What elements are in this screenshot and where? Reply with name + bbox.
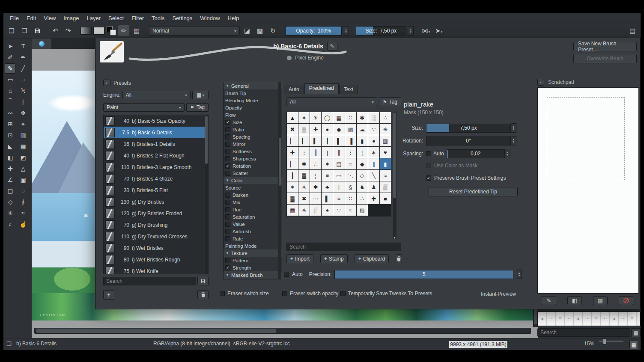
import-tip-button[interactable]: Import [286,254,313,263]
rename-preset-button[interactable] [327,42,337,50]
brush-tip-cell[interactable]: ▎ [298,135,310,146]
brush-tip-cell[interactable]: ▨ [345,124,356,135]
document-tab[interactable] [32,39,51,49]
menu-layer[interactable]: Layer [83,14,104,22]
workspace-chooser-button[interactable]: ▤ [627,25,638,36]
tool-polyline[interactable]: Ϟ [18,86,29,96]
preset-thumbnail[interactable]: ≡ [556,312,565,326]
tag-filter-dropdown[interactable]: Paint [103,103,185,112]
menu-file[interactable]: File [6,14,23,22]
tab-auto[interactable]: Auto [284,85,304,94]
checkbox[interactable] [225,142,230,147]
save-document-button[interactable] [32,25,43,36]
checkbox[interactable] [225,156,230,161]
checkbox[interactable] [225,171,230,176]
foreground-background-colors[interactable] [106,26,116,36]
tip-rotation-slider[interactable]: 0° [426,136,511,145]
scrollbar-thumb[interactable] [279,138,281,186]
menu-filter[interactable]: Filter [128,14,148,22]
brush-tip-cell[interactable]: ▌ [322,193,333,204]
preset-thumbnail[interactable]: ∽ [619,312,628,326]
preset-view-options-button[interactable] [192,91,209,99]
brush-tip-cell[interactable]: ☁ [357,124,368,135]
brush-tip-cell[interactable]: ≡ [345,158,356,169]
checkbox[interactable] [225,149,230,154]
menu-help[interactable]: Help [224,14,243,22]
scratchpad-fill-gradient-button[interactable] [567,296,582,305]
brush-option-source[interactable]: Source [224,184,282,191]
brush-editor-toggle-button[interactable]: ✏ [118,25,129,36]
checkbox[interactable] [225,236,230,241]
brush-tip-cell[interactable]: ▐ [345,135,356,146]
checkbox[interactable] [282,291,287,296]
brush-tip-cell[interactable]: ● [322,124,333,135]
wrap-around-button[interactable]: ➤ [433,25,444,36]
preset-list-item[interactable]: 70f) Bristles-4 Glaze [104,173,208,184]
brush-tip-cell[interactable]: ✚ [287,147,298,158]
brush-tip-cell[interactable]: ✳ [310,112,321,123]
brush-tip-cell[interactable]: ✖ [287,124,298,135]
brush-option-scatter[interactable]: Scatter [224,169,282,177]
preset-list-item[interactable]: 90i) Wet Bristles [104,242,208,254]
brush-tip-cell[interactable]: ║ [310,147,321,158]
brush-tip-cell[interactable]: ▏ [287,135,298,146]
tool-freehand-selection[interactable]: ∮ [18,197,29,207]
preset-list-item[interactable]: 7.5b) Basic-6 Details [104,127,208,138]
preset-thumbnail[interactable]: ∽ [547,312,556,326]
brush-tip-cell[interactable]: | [333,181,344,193]
brush-tip-cell[interactable]: ◇ [357,170,368,181]
tool-crop[interactable]: ⊡ [5,130,16,140]
preset-thumbnail[interactable]: ≈ [538,312,547,326]
brush-preset-chooser-button[interactable]: ▦ [131,25,142,36]
brush-tip-cell[interactable]: ∴ [380,112,391,123]
tool-bezier-curve[interactable]: ⌒ [5,97,16,107]
brush-tip-cell[interactable]: ■ [380,193,391,204]
preset-list-item[interactable]: 130g) Dry Bristles [104,196,208,208]
brush-tip-cell[interactable]: ✱ [310,181,321,193]
footer-check-eraser-switch-opacity[interactable]: Eraser switch opacity [282,291,338,297]
preset-list-item[interactable]: 120g) Dry Bristles Eroded [104,208,208,219]
brush-option-brush-tip[interactable]: Brush Tip [224,89,282,97]
brush-tip-cell[interactable]: ▮ [357,135,368,146]
brush-tip-cell[interactable]: ⋯ [310,193,321,204]
brush-tip-cell[interactable]: ▒ [380,181,391,193]
scratchpad-canvas[interactable] [537,87,639,294]
tip-spacing-spinner[interactable] [505,149,510,158]
brush-tip-cell[interactable]: ♣ [322,181,333,193]
brush-tip-cell[interactable]: ≈ [380,170,391,181]
brush-option-pattern[interactable]: Pattern [224,257,282,264]
brush-option-rotation[interactable]: Rotation [224,162,282,169]
brush-tip-cell[interactable]: ≡ [333,193,344,204]
preset-thumbnail[interactable]: ∽ [583,312,592,326]
brush-tip-cell[interactable]: § [345,181,356,193]
brush-tip-cell[interactable]: ✖ [298,193,310,204]
brush-tip-cell[interactable]: ⋱ [345,170,356,181]
tool-freehand-path[interactable]: ∫ [18,97,29,107]
docker-search-input[interactable] [537,328,630,337]
brush-option-sharpness[interactable]: Sharpness [224,155,282,162]
brush-option-flow[interactable]: Flow [224,111,282,119]
options-section-general[interactable]: General [224,82,282,89]
collapse-scratchpad-button[interactable] [537,79,544,86]
menu-window[interactable]: Window [196,14,224,22]
brush-tip-cell[interactable]: ♟ [368,181,379,193]
tool-polygon[interactable]: ⌂ [5,86,16,96]
mirror-horizontal-button[interactable]: ⋈ [420,25,432,36]
preset-list-item[interactable]: 16f) Bristles-1 Details [104,138,208,150]
engine-filter-dropdown[interactable]: All [122,91,191,99]
tool-select-shapes[interactable]: ➤ [5,41,16,51]
brush-option-painting-mode[interactable]: Painting Mode [224,242,282,249]
brush-option-blending-mode[interactable]: Blending Mode [224,97,282,104]
checkbox[interactable] [225,134,230,139]
tip-spacing-slider[interactable]: 0,02 [447,149,505,158]
zoom-slider-thumb[interactable] [603,338,606,344]
tip-tag-dropdown[interactable]: All [286,97,377,106]
brush-tip-cell[interactable]: ✱ [298,158,310,169]
tool-transform[interactable]: ⊞ [5,119,16,129]
brush-tip-cell[interactable]: ▤ [333,158,344,169]
tool-ellipse[interactable]: ○ [18,74,29,85]
save-new-preset-button[interactable]: Save New Brush Preset... [573,42,637,51]
tag-button[interactable]: Tag [186,103,209,112]
use-color-as-mask-checkbox[interactable] [426,163,431,168]
scratchpad-fill-background-button[interactable] [593,296,608,305]
